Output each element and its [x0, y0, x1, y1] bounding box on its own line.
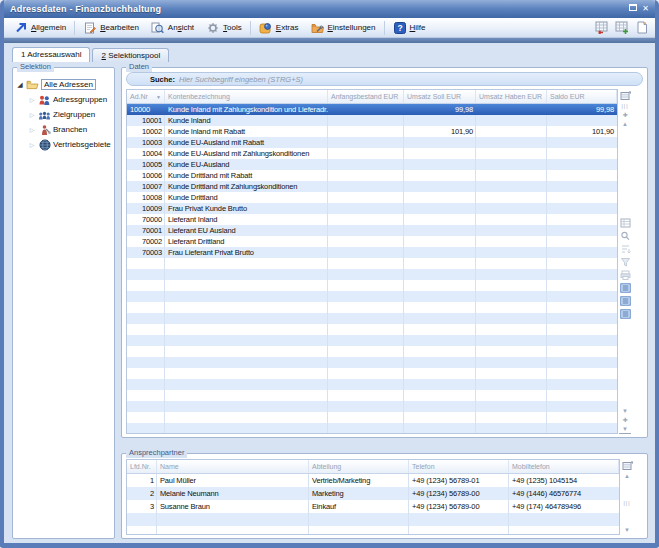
cell — [547, 225, 617, 236]
table-row[interactable]: 10004Kunde EU-Ausland mit Zahlungskondit… — [127, 148, 617, 159]
table-row[interactable]: 10001Kunde Inland — [127, 115, 617, 126]
table-row[interactable]: 10005Kunde EU-Ausland — [127, 159, 617, 170]
column-header-telefon[interactable]: Telefon — [409, 460, 509, 473]
table-row[interactable]: 2Melanie NeumannMarketing+49 (1234) 5678… — [127, 487, 619, 500]
column-chooser-icon[interactable] — [621, 460, 633, 471]
tree-item-adressgruppen[interactable]: ▷Adressgruppen — [16, 92, 112, 107]
expand-icon[interactable]: ▷ — [28, 111, 36, 118]
table-row[interactable]: 10003Kunde EU-Ausland mit Rabatt — [127, 137, 617, 148]
content-area: 1 Adressauswahl2 Selektionspool Selektio… — [4, 43, 655, 543]
table-row[interactable]: 70001Lieferant EU Ausland — [127, 225, 617, 236]
scroll-down-icon[interactable]: ▼ — [621, 526, 633, 535]
cell: +49 (1234) 56789-00 — [409, 500, 509, 513]
menu-item-allgemein[interactable]: Allgemein — [8, 18, 72, 37]
tree-item-vertriebsgebiete[interactable]: ▷Vertriebsgebiete — [16, 137, 112, 152]
cell: 10005 — [127, 159, 165, 170]
cell — [476, 137, 547, 148]
table-row[interactable]: 10000Kunde Inland mit Zahlungskondition … — [127, 104, 617, 115]
filter-icon[interactable] — [619, 256, 631, 267]
tree-item-zielgruppen[interactable]: ▷Zielgruppen — [16, 107, 112, 122]
menu-item-einstellungen[interactable]: Einstellungen — [304, 18, 381, 37]
daten-panel-label: Daten — [126, 62, 152, 72]
list-view-1-icon[interactable] — [619, 282, 631, 293]
list-view-2-icon[interactable] — [619, 295, 631, 306]
sort-icon[interactable] — [619, 243, 631, 254]
table-row[interactable]: 10009Frau Privat Kunde Brutto — [127, 203, 617, 214]
menu-item-ansicht[interactable]: Ansicht — [145, 18, 200, 37]
new-document-icon[interactable] — [635, 21, 649, 34]
cell: +49 (174) 464789496 — [509, 500, 619, 513]
cell — [476, 225, 547, 236]
scroll-end-icon[interactable]: ▼ — [619, 425, 631, 434]
column-header-mobiltelefon[interactable]: Mobiltelefon — [509, 460, 619, 473]
scroll-down-icon[interactable]: ▼ — [619, 407, 631, 416]
ansprechpartner-inner: Lfd.Nr.NameAbteilungTelefonMobiltelefon … — [122, 454, 647, 538]
cell — [328, 192, 404, 203]
scroll-up-icon[interactable]: ▲ — [621, 472, 633, 481]
daten-panel: Daten Suche: Hier Suchbegriff eingeben (… — [121, 67, 648, 438]
restore-button[interactable] — [629, 4, 637, 14]
column-header-lfd-nr-[interactable]: Lfd.Nr. — [127, 460, 157, 473]
table-view-icon[interactable] — [619, 217, 631, 228]
cell: 10009 — [127, 203, 165, 214]
table-remove-icon[interactable] — [595, 21, 609, 34]
expand-icon[interactable]: ▷ — [28, 141, 36, 148]
menu-item-hilfe[interactable]: ?Hilfe — [387, 18, 432, 37]
column-header-ad-nr[interactable]: Ad.Nr▼ — [127, 90, 165, 103]
window-title: Adressdaten - Finanzbuchhaltung — [10, 4, 629, 14]
table-row[interactable]: 10008Kunde Drittland — [127, 192, 617, 203]
list-view-3-icon[interactable] — [619, 308, 631, 319]
column-header-abteilung[interactable]: Abteilung — [309, 460, 409, 473]
expand-icon[interactable]: ▷ — [28, 96, 36, 103]
cell — [476, 170, 547, 181]
scroll-plus-up-icon[interactable]: ✚ — [619, 111, 631, 120]
column-header-label: Umsatz Soll EUR — [407, 93, 461, 100]
tab-2[interactable]: 2 Selektionspool — [92, 48, 169, 62]
print-icon[interactable] — [619, 269, 631, 280]
close-button[interactable]: ✕ — [642, 4, 649, 14]
cell — [404, 247, 476, 258]
menu-item-extras[interactable]: Extras — [253, 18, 305, 37]
table-add-icon[interactable] — [615, 21, 629, 34]
column-chooser-icon[interactable] — [619, 90, 631, 101]
cell — [404, 236, 476, 247]
menu-item-tools[interactable]: Tools — [200, 18, 248, 37]
zoom-icon[interactable] — [619, 230, 631, 241]
help-icon: ? — [393, 21, 407, 34]
tree-item-alle-adressen[interactable]: ◢Alle Adressen — [16, 77, 112, 92]
app-window: Adressdaten - Finanzbuchhaltung ✕ Allgem… — [0, 0, 659, 548]
cell — [547, 148, 617, 159]
cell — [404, 225, 476, 236]
table-row[interactable]: 70000Lieferant Inland — [127, 214, 617, 225]
collapse-icon[interactable]: ◢ — [16, 81, 24, 89]
table-row[interactable]: 70002Lieferant Drittland — [127, 236, 617, 247]
table-row[interactable]: 3Susanne BraunEinkauf+49 (1234) 56789-00… — [127, 500, 619, 513]
scroll-grip-icon[interactable]: ||| — [624, 499, 631, 508]
column-header-umsatz-haben-eur[interactable]: Umsatz Haben EUR — [476, 90, 547, 103]
cell: 10008 — [127, 192, 165, 203]
search-input[interactable]: Suche: Hier Suchbegriff eingeben (STRG+S… — [126, 72, 643, 86]
cell: Kunde Drittland — [165, 192, 328, 203]
column-header-name[interactable]: Name — [157, 460, 309, 473]
tree-item-branchen[interactable]: ▷Branchen — [16, 122, 112, 137]
scroll-up-icon[interactable]: ▲ — [619, 120, 631, 129]
cell: Einkauf — [309, 500, 409, 513]
tab-1[interactable]: 1 Adressauswahl — [12, 47, 90, 62]
menu-item-bearbeiten[interactable]: Bearbeiten — [77, 18, 145, 37]
cell: Kunde EU-Ausland mit Zahlungskonditionen — [165, 148, 328, 159]
column-header-umsatz-soll-eur[interactable]: Umsatz Soll EUR — [404, 90, 476, 103]
cell — [328, 225, 404, 236]
menu-item-label: Bearbeiten — [100, 23, 139, 32]
column-header-kontenbezeichnung[interactable]: Kontenbezeichnung — [165, 90, 328, 103]
selection-tree: ◢Alle Adressen▷Adressgruppen▷Zielgruppen… — [13, 68, 114, 154]
table-row[interactable]: 1Paul MüllerVertrieb/Marketing+49 (1234)… — [127, 474, 619, 487]
table-row[interactable]: 70003Frau Lieferant Privat Brutto — [127, 247, 617, 258]
expand-icon[interactable]: ▷ — [28, 126, 36, 133]
column-header-saldo-eur[interactable]: Saldo EUR — [547, 90, 617, 103]
table-row[interactable]: 10006Kunde Drittland mit Rabatt — [127, 170, 617, 181]
scroll-grip-icon[interactable]: ||| — [622, 102, 629, 111]
column-header-anfangsbestand-eur[interactable]: Anfangsbestand EUR — [328, 90, 404, 103]
nav-arrow-icon — [14, 21, 28, 34]
table-row[interactable]: 10002Kunde Inland mit Rabatt101,90101,90 — [127, 126, 617, 137]
table-row[interactable]: 10007Kunde Drittland mit Zahlungskonditi… — [127, 181, 617, 192]
